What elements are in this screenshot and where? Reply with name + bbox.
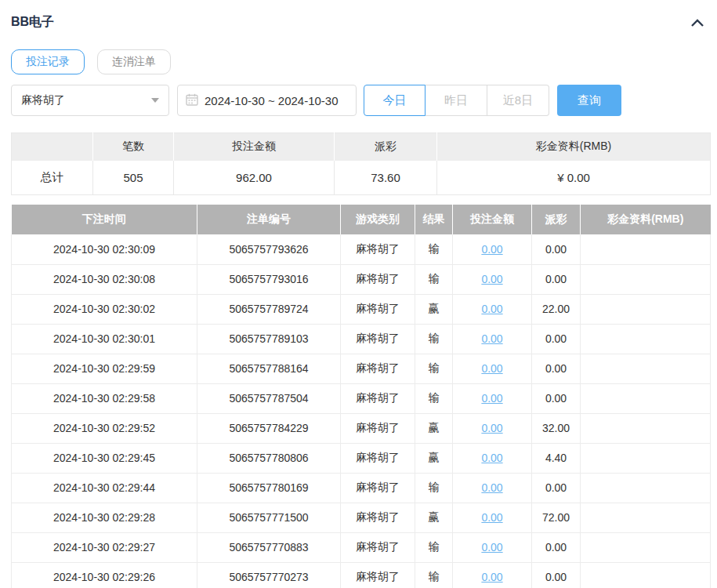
bet-time: 2024-10-30 02:30:08: [12, 264, 197, 294]
bet-amount-link[interactable]: 0.00: [481, 481, 502, 494]
table-row: 2024-10-30 02:29:28 5065757771500 麻将胡了 赢…: [12, 503, 711, 532]
bet-amount-cell: 0.00: [453, 532, 532, 562]
bet-number: 5065757771500: [197, 503, 341, 532]
game-select-value: 麻将胡了: [21, 93, 65, 107]
tab-bar: 投注记录 连消注单: [11, 49, 711, 74]
payout: 0.00: [532, 383, 581, 413]
betting-records-panel: BB电子 投注记录 连消注单 麻将胡了 2024-10-30 ~ 2024-10…: [0, 0, 717, 588]
bet-amount-cell: 0.00: [453, 354, 532, 383]
summary-header-blank: [12, 133, 93, 161]
bet-amount-link[interactable]: 0.00: [481, 511, 502, 524]
payout: 0.00: [532, 473, 581, 503]
payout: 22.00: [532, 294, 581, 324]
bonus: [581, 503, 711, 532]
bet-amount-cell: 0.00: [453, 264, 532, 294]
date-range-input[interactable]: 2024-10-30 ~ 2024-10-30: [177, 85, 357, 116]
bet-amount-cell: 0.00: [453, 383, 532, 413]
bet-time: 2024-10-30 02:29:52: [12, 413, 197, 443]
bet-time: 2024-10-30 02:30:01: [12, 324, 197, 354]
bet-amount-cell: 0.00: [453, 562, 532, 588]
bet-amount-link[interactable]: 0.00: [481, 332, 502, 345]
table-row: 2024-10-30 02:29:58 5065757787504 麻将胡了 输…: [12, 383, 711, 413]
bonus: [581, 264, 711, 294]
bet-number: 5065757787504: [197, 383, 341, 413]
bet-number: 5065757770273: [197, 562, 341, 588]
filter-bar: 麻将胡了 2024-10-30 ~ 2024-10-30 今日 昨日 近8日 查…: [11, 85, 711, 116]
bet-time: 2024-10-30 02:30:02: [12, 294, 197, 324]
payout: 0.00: [532, 324, 581, 354]
bet-amount-cell: 0.00: [453, 413, 532, 443]
table-row: 2024-10-30 02:30:02 5065757789724 麻将胡了 赢…: [12, 294, 711, 324]
bet-amount-cell: 0.00: [453, 234, 532, 264]
table-row: 2024-10-30 02:29:27 5065757770883 麻将胡了 输…: [12, 532, 711, 562]
table-row: 2024-10-30 02:29:59 5065757788164 麻将胡了 输…: [12, 354, 711, 383]
game-type: 麻将胡了: [341, 562, 415, 588]
tab-cancelled-bets[interactable]: 连消注单: [97, 49, 171, 74]
bet-amount-cell: 0.00: [453, 294, 532, 324]
game-type: 麻将胡了: [341, 473, 415, 503]
bet-amount-link[interactable]: 0.00: [481, 243, 502, 256]
bet-amount-link[interactable]: 0.00: [481, 303, 502, 315]
payout: 32.00: [532, 413, 581, 443]
result: 赢: [415, 413, 453, 443]
bet-amount-link[interactable]: 0.00: [481, 273, 502, 285]
table-row: 2024-10-30 02:30:01 5065757789103 麻将胡了 输…: [12, 324, 711, 354]
result: 输: [415, 562, 453, 588]
date-range-value: 2024-10-30 ~ 2024-10-30: [205, 94, 339, 107]
bet-amount-link[interactable]: 0.00: [481, 392, 502, 405]
summary-header-payout: 派彩: [335, 133, 437, 161]
summary-header-row: 笔数 投注金额 派彩 彩金资料(RMB): [12, 133, 711, 161]
search-button[interactable]: 查询: [557, 85, 621, 116]
payout: 0.00: [532, 532, 581, 562]
bet-amount-link[interactable]: 0.00: [481, 452, 502, 464]
bet-amount-link[interactable]: 0.00: [481, 362, 502, 375]
bonus: [581, 413, 711, 443]
game-type: 麻将胡了: [341, 294, 415, 324]
bet-amount-link[interactable]: 0.00: [481, 422, 502, 434]
chevron-up-icon: [690, 18, 704, 27]
bonus: [581, 354, 711, 383]
game-type: 麻将胡了: [341, 383, 415, 413]
game-type: 麻将胡了: [341, 354, 415, 383]
bet-number: 5065757793626: [197, 234, 341, 264]
game-type: 麻将胡了: [341, 532, 415, 562]
bet-time: 2024-10-30 02:29:58: [12, 383, 197, 413]
bonus: [581, 473, 711, 503]
records-header-row: 下注时间 注单编号 游戏类别 结果 投注金额 派彩 彩金资料(RMB): [12, 205, 711, 234]
result: 赢: [415, 503, 453, 532]
result: 输: [415, 354, 453, 383]
result: 赢: [415, 294, 453, 324]
quick-button-today[interactable]: 今日: [364, 85, 425, 116]
game-type: 麻将胡了: [341, 264, 415, 294]
table-row: 2024-10-30 02:29:52 5065757784229 麻将胡了 赢…: [12, 413, 711, 443]
result: 输: [415, 532, 453, 562]
summary-bet-amount-value: 962.00: [174, 161, 335, 195]
result: 输: [415, 324, 453, 354]
tab-bet-records[interactable]: 投注记录: [11, 49, 85, 74]
summary-header-bet-amount: 投注金额: [174, 133, 335, 161]
game-type: 麻将胡了: [341, 234, 415, 264]
result: 输: [415, 473, 453, 503]
game-type: 麻将胡了: [341, 503, 415, 532]
table-row: 2024-10-30 02:29:45 5065757780806 麻将胡了 赢…: [12, 443, 711, 473]
payout: 4.40: [532, 443, 581, 473]
quick-button-yesterday[interactable]: 昨日: [425, 85, 487, 116]
header-result: 结果: [415, 205, 453, 234]
summary-payout-value: 73.60: [335, 161, 437, 195]
game-select[interactable]: 麻将胡了: [11, 85, 169, 116]
summary-header-count: 笔数: [93, 133, 174, 161]
bet-time: 2024-10-30 02:29:59: [12, 354, 197, 383]
bet-amount-link[interactable]: 0.00: [481, 541, 502, 554]
collapse-button[interactable]: [687, 16, 708, 29]
game-type: 麻将胡了: [341, 443, 415, 473]
calendar-icon: [186, 93, 198, 108]
result: 输: [415, 383, 453, 413]
table-row: 2024-10-30 02:30:08 5065757793016 麻将胡了 输…: [12, 264, 711, 294]
summary-bonus-value: ¥ 0.00: [437, 161, 711, 195]
panel-header: BB电子: [11, 0, 711, 31]
bonus: [581, 324, 711, 354]
quick-button-last-8-days[interactable]: 近8日: [487, 85, 549, 116]
summary-total-row: 总计 505 962.00 73.60 ¥ 0.00: [12, 161, 711, 195]
chevron-down-icon: [151, 98, 159, 103]
bet-amount-link[interactable]: 0.00: [481, 571, 502, 583]
